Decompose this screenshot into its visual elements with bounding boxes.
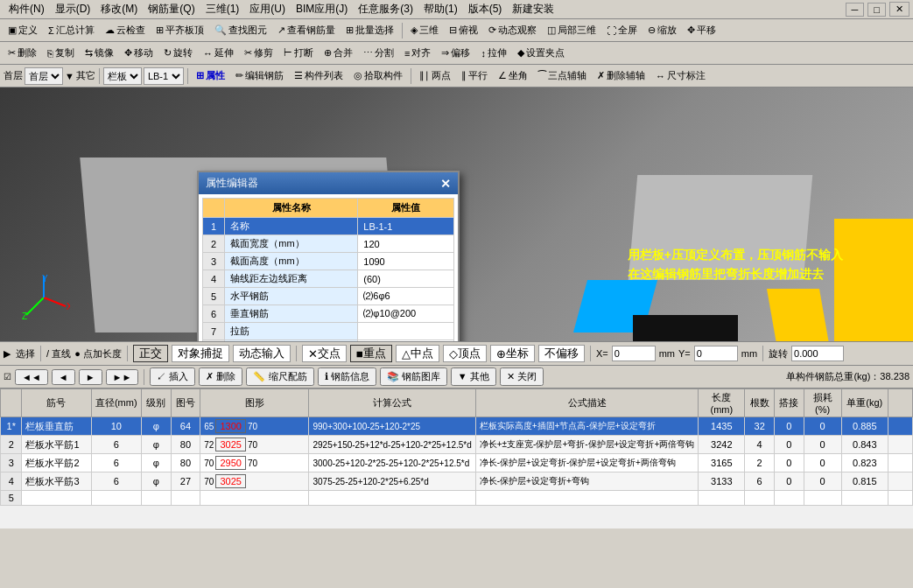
calculate-button[interactable]: Σ 汇总计算 — [44, 22, 99, 38]
property-dialog[interactable]: 属性编辑器 ✕ 属性名称 属性值 1 名称 LB-1-1 2 截面宽度（mm） — [197, 171, 460, 341]
dynamic-observe-button[interactable]: ⟳ 动态观察 — [484, 22, 541, 38]
insert-button[interactable]: ↙ 插入 — [150, 368, 195, 386]
extend-button[interactable]: ↔ 延伸 — [199, 45, 238, 61]
move-button[interactable]: ✥ 移动 — [120, 45, 158, 61]
menu-item[interactable]: BIM应用(J) — [291, 0, 353, 18]
endpoint-button[interactable]: ■ 重点 — [350, 345, 392, 362]
rotate-button[interactable]: ↻ 旋转 — [159, 45, 197, 61]
row-fignum[interactable] — [171, 491, 200, 506]
flat-slab-button[interactable]: ⊞ 平齐板顶 — [151, 22, 208, 38]
row-diameter[interactable] — [91, 491, 142, 506]
three-point-axis-button[interactable]: ⁀ 三点辅轴 — [534, 67, 591, 84]
close-window-button[interactable]: ✕ — [889, 2, 909, 17]
dialog-row-value[interactable]: 120 — [358, 235, 454, 253]
view-rebar-button[interactable]: ↗ 查看钢筋量 — [273, 22, 340, 38]
angle-button[interactable]: ∠ 坐角 — [494, 67, 532, 84]
dimension-button[interactable]: ↔ 尺寸标注 — [651, 67, 710, 84]
pan-button[interactable]: ✥ 平移 — [683, 22, 720, 38]
break-button[interactable]: ⊢ 打断 — [279, 45, 318, 61]
3d-button[interactable]: ◈ 三维 — [406, 22, 443, 38]
two-point-button[interactable]: ∥∣ 两点 — [415, 67, 455, 84]
merge-button[interactable]: ⊕ 合并 — [320, 45, 357, 61]
component-select[interactable]: 栏板 — [103, 67, 142, 85]
close-button[interactable]: ✕ 关闭 — [500, 368, 544, 386]
dialog-row-name[interactable]: 拉筋 — [225, 323, 358, 340]
menu-item[interactable]: 显示(D) — [50, 0, 96, 18]
dialog-row-value[interactable] — [358, 340, 454, 342]
row-diameter[interactable]: 6 — [91, 472, 142, 491]
row-fignum[interactable]: 80 — [171, 454, 200, 472]
row-diameter[interactable]: 6 — [91, 454, 142, 472]
dialog-row-value[interactable]: (60) — [358, 270, 454, 288]
edit-rebar-button[interactable]: ✏ 编辑钢筋 — [231, 67, 288, 84]
dialog-row-name[interactable]: 水平钢筋 — [225, 288, 358, 305]
row-fignum[interactable]: 64 — [171, 417, 200, 436]
row-diameter[interactable]: 10 — [91, 417, 142, 436]
viewport[interactable]: Z X Y 用栏板+压顶定义布置，压顶钢筋不输入 在这编辑钢筋里把弯折长度增加进… — [0, 88, 913, 341]
orthogonal-button[interactable]: 正交 — [133, 345, 168, 362]
pick-component-button[interactable]: ◎ 拾取构件 — [349, 67, 407, 84]
row-fignum[interactable]: 27 — [171, 472, 200, 491]
delete-button[interactable]: ✂ 删除 — [4, 45, 41, 61]
setgrip-button[interactable]: ◆ 设置夹点 — [513, 45, 569, 61]
copy-button[interactable]: ⎘ 复制 — [43, 45, 79, 61]
component-list-button[interactable]: ☰ 构件列表 — [290, 67, 348, 84]
stretch-button[interactable]: ↕ 拉伸 — [476, 45, 511, 61]
cloud-check-button[interactable]: ☁ 云检查 — [101, 22, 150, 38]
local-3d-button[interactable]: ◫ 局部三维 — [543, 22, 600, 38]
dialog-row-value[interactable]: LB-1-1 — [358, 218, 454, 235]
menu-item[interactable]: 钢筋量(Q) — [143, 0, 200, 18]
dialog-row-value[interactable] — [358, 323, 454, 340]
maximize-button[interactable]: □ — [867, 3, 886, 17]
other-button[interactable]: ▼ 其他 — [451, 368, 496, 386]
align-button[interactable]: ≡ 对齐 — [400, 45, 435, 61]
next-nav-button[interactable]: ► — [79, 369, 102, 385]
top-view-button[interactable]: ⊟ 俯视 — [445, 22, 482, 38]
mirror-button[interactable]: ⇆ 镜像 — [81, 45, 118, 61]
y-input[interactable] — [694, 346, 738, 361]
zoom-button[interactable]: ⊖ 缩放 — [643, 22, 681, 38]
menu-item[interactable]: 帮助(1) — [418, 0, 463, 18]
split-button[interactable]: ⋯ 分割 — [359, 45, 398, 61]
dialog-row-name[interactable]: 名称 — [225, 218, 358, 235]
rebar-lib-button[interactable]: 📚 钢筋图库 — [380, 368, 447, 386]
menu-item[interactable]: 三维(1) — [200, 0, 245, 18]
dialog-row-value[interactable]: ⑵6φ6 — [358, 288, 454, 305]
find-element-button[interactable]: 🔍 查找图元 — [210, 22, 271, 38]
level-select[interactable]: 首层 — [25, 67, 63, 85]
delete-row-button[interactable]: ✗ 删除 — [199, 368, 242, 386]
point-length-tool[interactable]: ● 点加长度 — [74, 347, 122, 360]
dialog-row-value[interactable]: ⑵φ10@200 — [358, 305, 454, 323]
dialog-row-name[interactable]: 截面高度（mm） — [225, 253, 358, 270]
id-select[interactable]: LB-1 — [144, 67, 184, 85]
dialog-row-value[interactable]: 1090 — [358, 253, 454, 270]
menu-item[interactable]: 应用(U) — [244, 0, 291, 18]
scale-rebar-button[interactable]: 📏 缩尺配筋 — [246, 368, 313, 386]
coord-button[interactable]: ⊕ 坐标 — [490, 345, 535, 362]
rotate-input[interactable] — [791, 346, 844, 361]
minimize-button[interactable]: ─ — [846, 3, 865, 17]
last-nav-button[interactable]: ►► — [106, 369, 139, 385]
parallel-button[interactable]: ∥ 平行 — [457, 67, 492, 84]
line-tool[interactable]: / 直线 — [46, 347, 71, 360]
dialog-row-name[interactable]: 轴线距左边线距离 — [225, 270, 358, 288]
dynamic-input-button[interactable]: 动态输入 — [233, 345, 291, 362]
dialog-row-name[interactable]: 截面宽度（mm） — [225, 235, 358, 253]
delete-axis-button[interactable]: ✗ 删除辅轴 — [593, 67, 650, 84]
define-button[interactable]: ▣ 定义 — [4, 22, 42, 38]
first-nav-button[interactable]: ◄◄ — [15, 369, 48, 385]
dialog-row-name[interactable]: 备注 — [225, 340, 358, 342]
vertex-button[interactable]: ◇ 顶点 — [443, 345, 487, 362]
menu-item[interactable]: 任意服务(3) — [353, 0, 418, 18]
intersection-button[interactable]: ✕ 交点 — [302, 345, 347, 362]
x-input[interactable] — [612, 346, 656, 361]
midpoint-button[interactable]: △ 中点 — [396, 345, 439, 362]
dialog-row-name[interactable]: 垂直钢筋 — [225, 305, 358, 323]
row-diameter[interactable]: 6 — [91, 436, 142, 454]
property-button[interactable]: ⊞ 属性 — [192, 67, 229, 84]
trim-button[interactable]: ✂ 修剪 — [240, 45, 277, 61]
offset-button[interactable]: ⇒ 偏移 — [437, 45, 474, 61]
fullscreen-button[interactable]: ⛶ 全屏 — [602, 22, 642, 38]
menu-item[interactable]: 构件(N) — [4, 0, 50, 18]
dialog-titlebar[interactable]: 属性编辑器 ✕ — [199, 172, 458, 194]
